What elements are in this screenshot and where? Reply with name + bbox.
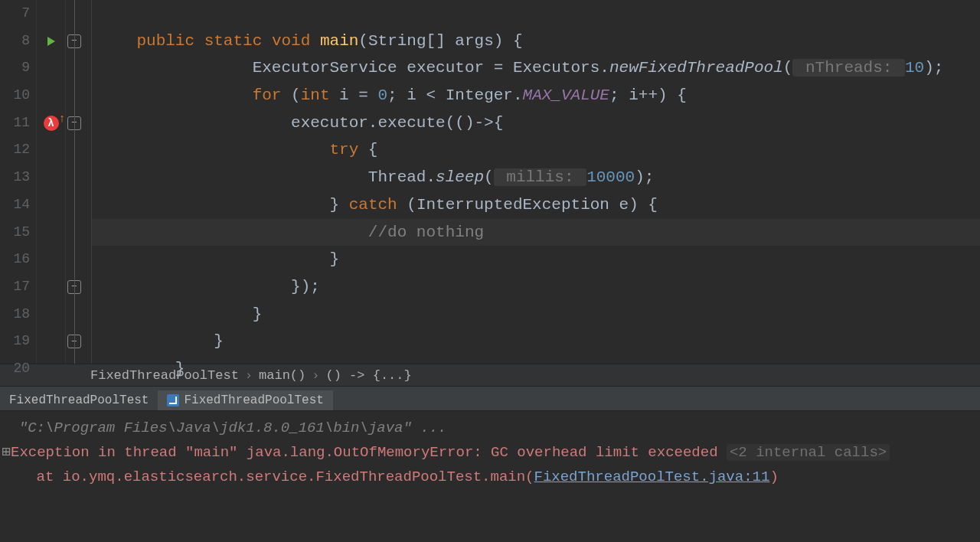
line-number: 12 (0, 136, 30, 164)
line-number: 19 (0, 328, 30, 355)
code-line[interactable]: }); (92, 273, 980, 301)
application-icon (167, 394, 179, 406)
code-line[interactable]: executor.execute(()->{ (92, 109, 980, 137)
console-command: "C:\Program Files\Java\jdk1.8.0_161\bin\… (2, 416, 978, 440)
expand-icon[interactable]: ⊞ (2, 440, 11, 465)
fold-gutter: − − − − (66, 0, 92, 364)
code-line[interactable]: } (92, 355, 980, 383)
console-error-line: ⊞Exception in thread "main" java.lang.Ou… (2, 440, 978, 465)
line-number: 8 (0, 28, 30, 55)
parameter-hint: millis: (494, 168, 586, 186)
run-tab[interactable]: FixedThreadPoolTest (0, 390, 158, 410)
run-tab[interactable]: FixedThreadPoolTest (158, 390, 332, 410)
code-line[interactable]: Thread.sleep( millis: 10000); (92, 164, 980, 191)
line-number: 7 (0, 0, 30, 28)
code-line[interactable]: try { (92, 136, 980, 164)
line-number: 16 (0, 246, 30, 273)
line-number: 15 (0, 219, 30, 247)
code-line[interactable]: ExecutorService executor = Executors.new… (92, 54, 980, 82)
code-line[interactable]: } (92, 246, 980, 273)
code-line[interactable]: } catch (InterruptedException e) { (92, 191, 980, 219)
line-number: 18 (0, 301, 30, 328)
gutter-icons: λ↑ (37, 0, 66, 364)
console-stack-line: at io.ymq.elasticsearch.service.FixedThr… (2, 465, 978, 489)
code-editor[interactable]: 7 8 9 10 11 12 13 14 15 16 17 18 19 20 λ… (0, 0, 980, 364)
code-line[interactable]: } (92, 301, 980, 328)
line-number: 9 (0, 54, 30, 82)
stacktrace-link[interactable]: FixedThreadPoolTest.java:11 (534, 469, 770, 485)
code-line[interactable]: public static void main(String[] args) { (92, 28, 980, 55)
line-number-gutter: 7 8 9 10 11 12 13 14 15 16 17 18 19 20 (0, 0, 37, 364)
console-output[interactable]: "C:\Program Files\Java\jdk1.8.0_161\bin\… (0, 411, 980, 542)
code-line[interactable] (92, 0, 980, 28)
code-line[interactable]: } (92, 328, 980, 355)
code-line[interactable]: for (int i = 0; i < Integer.MAX_VALUE; i… (92, 82, 980, 109)
svg-marker-0 (47, 37, 55, 46)
code-content[interactable]: public static void main(String[] args) {… (92, 0, 980, 364)
line-number: 13 (0, 164, 30, 191)
run-icon[interactable] (45, 35, 57, 47)
line-number: 10 (0, 82, 30, 109)
code-line[interactable]: //do nothing (92, 219, 980, 247)
line-number: 17 (0, 273, 30, 301)
lambda-breakpoint-icon[interactable]: λ↑ (44, 116, 59, 131)
run-tabs: FixedThreadPoolTest FixedThreadPoolTest (0, 387, 980, 411)
line-number: 20 (0, 355, 30, 383)
parameter-hint: nThreads: (792, 59, 905, 77)
line-number: 11 (0, 109, 30, 137)
line-number: 14 (0, 191, 30, 219)
internal-calls-badge: <2 internal calls> (727, 444, 890, 461)
